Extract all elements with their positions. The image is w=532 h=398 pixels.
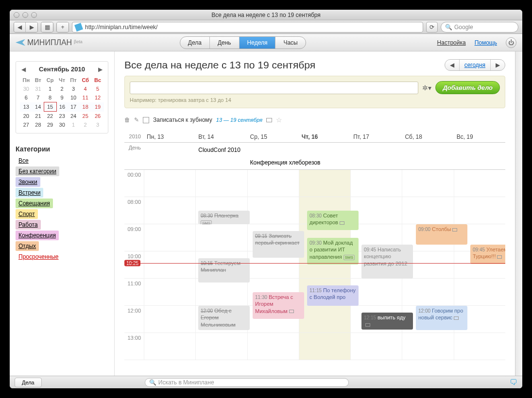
minical-day[interactable]: 28 [33,120,44,129]
day-header[interactable]: Ср, 15 [247,132,299,142]
minical-day[interactable]: 18 [79,102,92,112]
time-slot[interactable] [350,333,402,360]
minical-day[interactable]: 23 [56,112,68,121]
minical-day[interactable]: 31 [33,84,44,93]
minical-day[interactable]: 17 [68,102,79,112]
time-slot[interactable] [299,170,350,197]
minical-day[interactable]: 2 [56,84,68,93]
minical-day[interactable]: 11 [79,93,92,102]
time-slot[interactable] [299,306,350,332]
category-item[interactable]: Просроченные [16,252,62,262]
calendar-event[interactable]: 12:00Говорим про новый сервис [416,306,467,330]
time-slot[interactable] [195,224,247,251]
category-item[interactable]: Без категории [16,166,59,176]
minical-day[interactable]: 6 [20,93,33,102]
time-slot[interactable] [454,170,505,197]
calendar-event[interactable]: 08:30Планерка SMS [198,211,250,224]
pencil-icon[interactable]: ✎ [134,116,139,123]
minical-day[interactable]: 3 [68,84,79,93]
time-slot[interactable] [144,279,195,305]
minical-day[interactable]: 24 [68,112,79,121]
scrollbar[interactable] [515,51,522,376]
calendar-event[interactable]: 09:45Написать концепцию развития до 2012 [361,245,413,279]
minical-day[interactable]: 21 [33,112,44,121]
help-link[interactable]: Помощь [475,39,497,46]
minical-day[interactable]: 16 [56,102,68,112]
category-item[interactable]: Звонки [16,177,40,187]
time-slot[interactable] [144,197,195,224]
minical-day[interactable]: 4 [79,84,92,93]
time-slot[interactable] [195,333,247,360]
calendar-event[interactable]: 11:15По телефону с Володей про [307,285,359,306]
prev-week-button[interactable]: ◀ [445,60,460,70]
minical-day[interactable]: 27 [20,120,33,129]
minical-day[interactable]: 26 [92,112,104,121]
forward-button[interactable]: ▶ [26,22,37,32]
settings-link[interactable]: Настройка [437,39,466,46]
tab-den[interactable]: День [210,37,240,49]
minical-day[interactable]: 7 [33,93,44,102]
time-slot[interactable] [144,170,195,197]
tab-chasy[interactable]: Часы [275,37,305,49]
day-header[interactable]: Вт, 14 [195,132,247,142]
minical-day[interactable]: 15 [44,102,56,112]
view-button[interactable]: ▦ [41,22,53,33]
prev-month-button[interactable]: ◀ [20,66,27,73]
add-button[interactable]: Добавить дело [435,81,500,94]
time-slot[interactable] [402,197,453,224]
time-slot[interactable] [144,224,195,251]
minical-day[interactable]: 5 [92,84,104,93]
category-item[interactable]: Конференция [16,231,59,240]
day-header[interactable]: Сб, 18 [402,132,453,142]
allday-event[interactable]: Конференция хлеборезов [247,157,453,168]
minical-day[interactable]: 29 [44,120,56,129]
star-icon[interactable]: ☆ [276,116,282,124]
day-header[interactable]: Вс, 19 [454,132,505,142]
minical-day[interactable]: 30 [20,84,33,93]
minical-day[interactable]: 12 [92,93,104,102]
category-item[interactable]: Работа [16,220,41,230]
minical-day[interactable]: 1 [44,84,56,93]
tab-dela[interactable]: Дела [180,37,210,49]
minical-day[interactable]: 1 [68,120,79,129]
category-item[interactable]: Все [16,156,32,166]
time-slot[interactable] [299,333,350,360]
minical-day[interactable]: 22 [44,112,56,121]
footer-search[interactable]: 🔍 Искать в Миниплане [145,378,349,387]
time-slot[interactable] [144,306,195,332]
add-button[interactable]: + [56,22,69,33]
category-item[interactable]: Отдых [16,241,39,251]
calendar-event[interactable]: 09:15Записать первый скринкаст [253,231,304,258]
time-slot[interactable] [247,333,299,360]
day-header[interactable]: Пт, 17 [350,132,402,142]
next-week-button[interactable]: ▶ [491,60,505,70]
calendar-event[interactable]: 09:00Столбы [416,224,467,245]
category-item[interactable]: Совещания [16,199,53,208]
minical-day[interactable]: 19 [92,102,104,112]
day-header[interactable]: Чт, 16 [299,132,350,142]
time-slot[interactable] [454,279,505,305]
time-slot[interactable] [247,170,299,197]
chat-icon[interactable]: 🗨 [510,378,517,387]
browser-search[interactable]: 🔍 Google [441,22,518,33]
calendar-event[interactable]: 12:15выпить яду [361,313,413,330]
footer-tab[interactable]: Дела [15,378,42,387]
gear-icon[interactable]: ✲▾ [422,84,431,92]
minical-day[interactable]: 3 [92,120,104,129]
minical-day[interactable]: 9 [56,93,68,102]
tab-nedelya[interactable]: Неделя [240,37,276,49]
day-header[interactable]: Пн, 13 [144,132,195,142]
trash-icon[interactable]: 🗑 [124,116,130,123]
calendar-event[interactable]: 11:30Встреча с Игорем Михайловым [253,292,304,319]
calendar-event[interactable]: 10:15Тестируем Миниплан [198,258,250,282]
power-button[interactable]: ⏻ [506,37,516,48]
url-bar[interactable]: http://miniplan.ru/time/week/ [72,22,423,33]
time-slot[interactable] [195,170,247,197]
time-slot[interactable] [350,170,402,197]
quick-add-input[interactable] [130,82,418,94]
reload-button[interactable]: ⟳ [426,22,438,33]
minical-day[interactable]: 30 [56,120,68,129]
category-item[interactable]: Встречи [16,188,43,198]
calendar-event[interactable]: 09:45Улетаем в Турцию!!! [470,245,505,264]
time-slot[interactable] [402,279,453,305]
